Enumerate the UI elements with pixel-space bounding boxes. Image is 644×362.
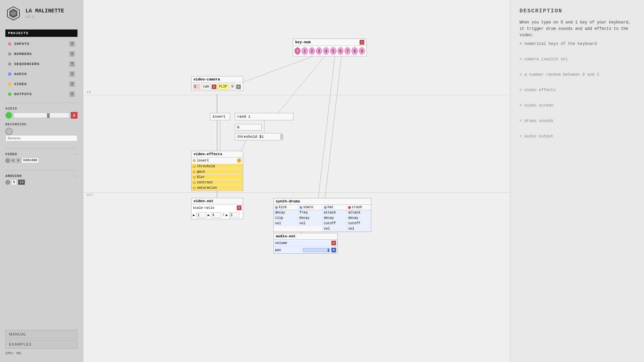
crash-cutoff: cutoff — [347, 221, 371, 226]
drums-body: decay clip vol freq Decay vol attack dec… — [274, 210, 371, 232]
videoout-title-label: video-out — [194, 199, 213, 203]
effects-blur-row: blur — [192, 175, 243, 180]
description-title: DESCRIPTION — [520, 8, 635, 14]
videoout-val3[interactable] — [229, 212, 239, 218]
examples-button[interactable]: EXAMPLES — [5, 340, 77, 349]
cam-x-btn[interactable]: ✕ — [212, 84, 216, 89]
effects-invert-dot — [193, 159, 196, 162]
sidebar-item-sequencers[interactable]: SEQUENCERS ? — [5, 60, 77, 68]
outputs-help[interactable]: ? — [69, 92, 75, 97]
video-next-btn[interactable]: > — [16, 158, 21, 163]
hat-col: attack decay cutoff vol — [323, 210, 347, 232]
filename-input[interactable] — [5, 135, 77, 141]
desc-audio-section: < audio output — [520, 134, 635, 139]
arduino-circle — [5, 180, 10, 185]
cam-label-btn[interactable]: cam — [201, 84, 211, 89]
sidebar-item-audio[interactable]: AUDIO ? — [5, 70, 77, 78]
effects-invert-label: invert — [197, 159, 237, 163]
videoout-val1[interactable] — [196, 212, 206, 218]
cam-controls: cam ✕ FLIP D ✕ — [192, 83, 243, 90]
effects-contrast-label: contrast — [197, 181, 241, 184]
key-btn-8[interactable]: 8 — [352, 47, 358, 55]
pan-slider[interactable] — [303, 248, 330, 252]
video-control-group: VIDEO -- < > 640x480 — [5, 153, 77, 163]
effects-saturation-label: saturation — [197, 186, 241, 190]
video-dash: -- — [73, 153, 77, 156]
snare-header: snare — [298, 205, 323, 210]
audio-green-button[interactable] — [5, 112, 12, 119]
hat-label: hat — [328, 205, 334, 209]
video-dot — [8, 82, 11, 86]
sidebar-item-numbers[interactable]: NUMBERS ? — [5, 50, 77, 58]
pan-thumb — [328, 249, 329, 252]
audio-slider[interactable] — [13, 113, 69, 118]
flip-btn[interactable]: FLIP — [217, 84, 229, 89]
sidebar-item-video[interactable]: VIDEO ? — [5, 80, 77, 88]
recording-button[interactable] — [5, 128, 13, 135]
inputs-help[interactable]: ? — [69, 41, 75, 47]
key-btn-0[interactable]: 0 — [294, 47, 301, 55]
videoout-x-btn[interactable]: ✕ — [237, 205, 241, 210]
videoout-arrow1: ▶ — [193, 213, 195, 217]
divider-1 — [5, 103, 77, 103]
video-control-label: VIDEO — [5, 153, 72, 156]
key-btn-6[interactable]: 6 — [337, 47, 343, 55]
svg-line-3 — [234, 56, 313, 85]
audio-mute-button[interactable]: X — [71, 112, 77, 119]
pan-blue-btn[interactable]: ▼ — [331, 248, 336, 252]
videoeffects-node: video-effects invert i threshold gain bl… — [191, 151, 243, 191]
kick-col: decay clip vol — [274, 210, 298, 232]
key-btn-1[interactable]: 1 — [302, 47, 308, 55]
hat-header: hat — [323, 205, 347, 210]
arduino-control-group: ARDUINO -- D 13 — [5, 174, 77, 185]
audio-control-group: AUDIO X — [5, 107, 77, 119]
audioout-title: audio-out — [274, 233, 337, 240]
videocam-title: video-camera — [192, 76, 243, 83]
rand-node: rand 1 — [235, 113, 293, 120]
desc-camera-section: < camera (switch on) — [520, 57, 635, 62]
audioout-x-btn[interactable]: ✕ — [331, 241, 336, 245]
outputs-dot — [8, 93, 11, 96]
key-btn-5[interactable]: 5 — [330, 47, 336, 55]
cam-d-label: D — [230, 84, 235, 89]
drums-header: kick snare hat crash — [274, 205, 371, 210]
sequencers-help[interactable]: ? — [69, 61, 75, 67]
sidebar-item-outputs[interactable]: OUTPUTS ? — [5, 90, 77, 99]
recording-label: RECORDING — [5, 123, 77, 126]
cam-num-input[interactable] — [193, 84, 200, 89]
svg-line-5 — [318, 56, 335, 201]
video-prev-btn[interactable]: < — [11, 158, 15, 163]
key-btn-7[interactable]: 7 — [344, 47, 351, 55]
effects-threshold-dot — [193, 165, 196, 168]
crash-label: crash — [352, 205, 362, 209]
desc-videoscreen-note: < video screen — [520, 103, 635, 108]
key-buttons: 0 1 2 3 4 5 6 7 8 9 — [293, 46, 366, 56]
keynum-close[interactable]: ✕ — [360, 40, 364, 45]
crash-attack: attack — [347, 210, 371, 216]
desc-videoeffects-note: < video effects — [520, 88, 635, 93]
app-name: LA MALINETTE — [25, 8, 64, 14]
zero-label: 0 — [237, 125, 239, 129]
effects-invert-row: invert i — [192, 158, 243, 164]
manual-button[interactable]: MANUAL — [5, 330, 77, 339]
crash-header: crash — [347, 205, 371, 210]
key-btn-4[interactable]: 4 — [323, 47, 329, 55]
key-btn-2[interactable]: 2 — [309, 47, 315, 55]
inputs-label: INPUTS — [14, 42, 67, 46]
video-circle-btn[interactable] — [5, 158, 10, 163]
sequencers-dot — [8, 62, 11, 66]
desc-drums-section: < drums sounds — [520, 119, 635, 123]
audio-help[interactable]: ? — [69, 71, 75, 77]
desc-main-text: When you type on 0 and 1 key of your key… — [520, 19, 635, 39]
videoout-val2[interactable] — [211, 212, 221, 218]
sidebar-item-inputs[interactable]: INPUTS ? — [5, 40, 77, 48]
key-btn-9[interactable]: 9 — [359, 47, 365, 55]
arduino-val: D — [11, 179, 17, 185]
cam-close-btn[interactable]: ✕ — [236, 84, 241, 89]
audioout-volume-row: volume ✕ — [274, 240, 337, 247]
effects-invert-info[interactable]: i — [237, 158, 241, 163]
numbers-help[interactable]: ? — [69, 51, 75, 57]
hat-cutoff: cutoff — [323, 221, 347, 226]
key-btn-3[interactable]: 3 — [316, 47, 322, 55]
video-help[interactable]: ? — [69, 81, 75, 87]
